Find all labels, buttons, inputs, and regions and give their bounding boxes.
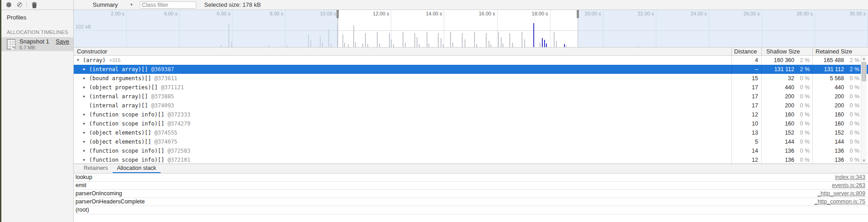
allocation-bar	[438, 33, 439, 47]
expander-icon[interactable]: ▶	[83, 146, 89, 155]
record-allocation-button[interactable]	[4, 0, 14, 10]
allocation-bar	[542, 38, 543, 47]
expander-icon[interactable]: ▶	[83, 155, 89, 164]
timeline[interactable]: 102 kB 2.00 s4.00 s6.00 s8.00 s10.00 s12…	[74, 10, 868, 47]
snapshot-size: 6.7 MB	[19, 45, 35, 50]
distance-cell: 5	[731, 137, 758, 146]
column-header-shallow-size[interactable]: Shallow Size	[766, 48, 800, 55]
perspective-select[interactable]: Summary ▼	[93, 1, 133, 8]
distance-cell: 10	[731, 119, 758, 128]
allocation-bar	[391, 39, 392, 47]
allocation-timelines-heading: ALLOCATION TIMELINES	[7, 29, 68, 35]
timeline-gridline	[550, 10, 550, 47]
allocation-bar	[509, 33, 510, 47]
table-row[interactable]: ▶(internal array)[] @373885172000 %2000 …	[74, 92, 868, 101]
retained-size-cell: 200	[812, 101, 844, 110]
allocation-bar	[522, 32, 522, 47]
table-row[interactable]: ▶(function scope info)[] @372583141360 %…	[74, 146, 868, 155]
perspective-value: Summary	[93, 1, 118, 8]
constructor-name: (object elements)[]	[89, 139, 151, 145]
selection-left-edge	[337, 18, 338, 47]
retained-size-cell: 152	[812, 128, 844, 137]
stack-frame-row[interactable]: parserOnHeadersComplete_http_common.js:7…	[74, 198, 868, 206]
shallow-pct-cell: 0 %	[796, 74, 810, 83]
distance-cell: 17	[731, 101, 758, 110]
column-header-retained-size[interactable]: Retained Size	[816, 48, 852, 55]
retained-pct-cell: 0 %	[844, 110, 861, 119]
stack-frame-row[interactable]: lookupindex.js:343	[74, 174, 868, 182]
retained-size-cell: 160	[812, 110, 844, 119]
table-row[interactable]: ▶(function scope info)[] @372333121600 %…	[74, 110, 868, 119]
table-row[interactable]: ▶(object properties)[] @371121174400 %44…	[74, 83, 868, 92]
object-id: @372583	[164, 148, 190, 154]
scroll-down-icon[interactable]: ▼	[861, 159, 867, 163]
source-link[interactable]: _http_server.js:809	[817, 190, 865, 198]
expander-icon[interactable]: ▶	[83, 65, 89, 74]
tab-allocation-stack[interactable]: Allocation stack	[113, 164, 161, 173]
stack-frame-row[interactable]: emitevents.js:263	[74, 182, 868, 190]
allocation-bar	[427, 32, 427, 47]
constructor-cell: ▶(function scope info)[] @374279	[74, 119, 190, 128]
expander-icon[interactable]: ▶	[83, 128, 89, 137]
allocation-bar	[554, 32, 555, 47]
allocation-bar	[405, 43, 406, 47]
object-id: @374555	[151, 130, 177, 136]
table-row[interactable]: ▼(array)×3154160 3602 %165 4882 %	[74, 56, 868, 65]
selection-left-handle[interactable]	[337, 10, 339, 18]
tab-retainers[interactable]: Retainers	[79, 164, 113, 173]
shallow-pct-cell: 0 %	[796, 128, 810, 137]
retained-size-cell: 144	[812, 137, 844, 146]
expander-icon[interactable]: ▶	[83, 110, 89, 119]
stack-frame-row[interactable]: parserOnIncoming_http_server.js:809	[74, 190, 868, 198]
allocation-bar	[498, 32, 499, 47]
constructor-name: (internal array)[]	[89, 102, 148, 109]
retained-size-cell: 136	[812, 155, 844, 164]
record-icon	[6, 2, 11, 7]
constructor-cell: ▶(object elements)[] @374555	[74, 128, 177, 137]
source-link[interactable]: _http_common.js:75	[814, 198, 865, 206]
table-row[interactable]: ▶(function scope info)[] @372101121360 %…	[74, 155, 868, 164]
constructor-cell: ▶(bound arguments)[] @373611	[74, 74, 177, 83]
retained-pct-cell: 0 %	[844, 146, 861, 155]
scrollbar-thumb[interactable]	[862, 62, 866, 81]
allocation-bar	[403, 32, 403, 47]
shallow-pct-cell: 0 %	[796, 92, 810, 101]
column-header-distance[interactable]: Distance	[734, 48, 757, 55]
column-header-constructor[interactable]: Constructor	[77, 48, 107, 55]
selection-right-handle[interactable]	[577, 10, 579, 18]
expander-icon[interactable]: ▶	[83, 74, 89, 83]
grid-header: Constructor Distance Shallow Size Retain…	[74, 47, 868, 56]
shallow-pct-cell: 0 %	[796, 146, 810, 155]
stack-frame-row[interactable]: (root)	[74, 206, 868, 214]
retained-pct-cell: 0 %	[844, 101, 861, 110]
devtools-memory-panel: Profiles ALLOCATION TIMELINES % Snapshot…	[0, 0, 868, 222]
class-filter-input[interactable]	[140, 1, 196, 9]
expander-icon[interactable]: ▶	[83, 119, 89, 128]
shallow-size-cell: 200	[761, 101, 794, 110]
expander-icon[interactable]: ▶	[83, 92, 89, 101]
expander-icon[interactable]: ▼	[77, 56, 83, 65]
allocation-bar	[389, 33, 390, 47]
sidebar-item-snapshot-1[interactable]: % Snapshot 1 Save 6.7 MB	[1, 37, 73, 51]
column-divider	[812, 56, 813, 164]
delete-profile-button[interactable]	[29, 0, 39, 10]
expander-icon[interactable]: ▶	[83, 137, 89, 146]
shallow-size-cell: 160	[761, 119, 794, 128]
clear-profiles-button[interactable]	[14, 0, 24, 10]
scroll-up-icon[interactable]: ▲	[861, 57, 867, 61]
table-row[interactable]: (internal array)[] @374093172000 %2000 %	[74, 101, 868, 110]
table-row[interactable]: ▶(function scope info)[] @374279101600 %…	[74, 119, 868, 128]
table-row[interactable]: ▶(object elements)[] @37407551440 %1440 …	[74, 137, 868, 146]
source-link[interactable]: events.js:263	[832, 182, 865, 189]
table-row[interactable]: ▶(bound arguments)[] @37361115320 %5 568…	[74, 74, 868, 83]
shallow-pct-cell: 2 %	[796, 56, 810, 65]
table-row[interactable]: ▶(object elements)[] @374555131520 %1520…	[74, 128, 868, 137]
shallow-size-cell: 131 112	[761, 65, 794, 74]
table-row[interactable]: ▶(internal array)[] @369387–131 1122 %13…	[74, 65, 868, 74]
save-snapshot-link[interactable]: Save	[56, 38, 69, 45]
expander-icon[interactable]: ▶	[83, 83, 89, 92]
source-link[interactable]: index.js:343	[835, 174, 865, 181]
constructor-cell: ▶(internal array)[] @373885	[74, 92, 174, 101]
grid-scrollbar[interactable]: ▲ ▼	[861, 56, 867, 164]
allocation-bar	[486, 33, 487, 47]
